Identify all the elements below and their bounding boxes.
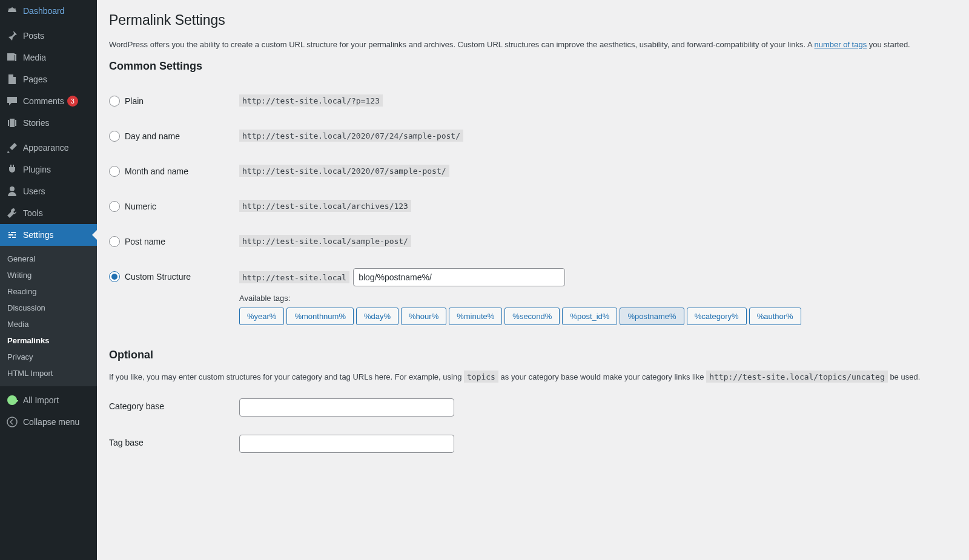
tag-button-category[interactable]: %category%	[687, 308, 747, 325]
permalink-radio[interactable]	[109, 271, 120, 282]
sidebar-item-all-import[interactable]: All Import	[0, 389, 97, 411]
submenu-item-permalinks[interactable]: Permalinks	[0, 332, 97, 349]
tag-button-minute[interactable]: %minute%	[449, 308, 502, 325]
comments-badge: 3	[67, 96, 78, 107]
submenu-item-html-import[interactable]: HTML Import	[0, 365, 97, 381]
permalink-example: http://test-site.local/?p=123	[239, 94, 383, 107]
permalink-option-plain[interactable]: Plain	[109, 96, 227, 107]
permalink-option-row: Numerichttp://test-site.local/archives/1…	[109, 189, 957, 224]
pin-icon	[6, 30, 18, 42]
permalink-option-row: Day and namehttp://test-site.local/2020/…	[109, 119, 957, 154]
permalink-option-label: Numeric	[125, 202, 156, 211]
submenu-item-privacy[interactable]: Privacy	[0, 349, 97, 365]
sidebar-item-label: Settings	[23, 229, 54, 240]
permalink-option-custom-structure[interactable]: Custom Structure	[109, 271, 227, 282]
example-url-code: http://test-site.local/topics/uncateg	[706, 371, 888, 383]
allimport-icon	[6, 394, 18, 406]
submenu-item-media[interactable]: Media	[0, 316, 97, 332]
sidebar-item-label: Users	[23, 186, 45, 197]
permalink-option-row: Custom Structurehttp://test-site.localAv…	[109, 259, 957, 338]
submenu-item-reading[interactable]: Reading	[0, 283, 97, 300]
sidebar-item-label: Collapse menu	[23, 417, 79, 427]
optional-text: If you like, you may enter custom struct…	[109, 372, 957, 381]
permalink-radio[interactable]	[109, 236, 120, 247]
custom-base-url: http://test-site.local	[239, 271, 349, 283]
wrench-icon	[6, 207, 18, 219]
tag-base-input[interactable]	[239, 435, 454, 453]
sidebar-item-label: Tools	[23, 208, 43, 219]
page-title: Permalink Settings	[109, 6, 957, 32]
optional-table: Category base Tag base	[109, 389, 957, 462]
permalink-options-table: Plainhttp://test-site.local/?p=123Day an…	[109, 84, 957, 338]
common-settings-heading: Common Settings	[109, 60, 957, 73]
permalink-option-row: Post namehttp://test-site.local/sample-p…	[109, 224, 957, 259]
topics-code: topics	[464, 371, 498, 383]
tag-base-label: Tag base	[109, 426, 233, 462]
permalink-radio[interactable]	[109, 96, 120, 107]
sidebar-item-posts[interactable]: Posts	[0, 25, 97, 47]
sidebar-item-label: Plugins	[23, 164, 51, 175]
permalink-option-label: Day and name	[125, 131, 180, 141]
sidebar-item-label: Comments	[23, 96, 64, 107]
tag-button-hour[interactable]: %hour%	[401, 308, 446, 325]
submenu-item-general[interactable]: General	[0, 251, 97, 267]
permalink-option-label: Custom Structure	[125, 272, 191, 282]
sidebar-item-media[interactable]: Media	[0, 47, 97, 68]
settings-icon	[6, 229, 18, 241]
permalink-radio[interactable]	[109, 166, 120, 177]
permalink-radio[interactable]	[109, 131, 120, 142]
available-tags-label: Available tags:	[239, 294, 951, 303]
tag-button-year[interactable]: %year%	[239, 308, 284, 325]
permalink-example: http://test-site.local/sample-post/	[239, 235, 411, 247]
settings-submenu: GeneralWritingReadingDiscussionMediaPerm…	[0, 246, 97, 386]
submenu-item-writing[interactable]: Writing	[0, 267, 97, 283]
permalink-option-row: Plainhttp://test-site.local/?p=123	[109, 84, 957, 119]
permalink-option-day-and-name[interactable]: Day and name	[109, 131, 227, 142]
category-base-input[interactable]	[239, 398, 454, 417]
sidebar-item-collapse-menu[interactable]: Collapse menu	[0, 411, 97, 433]
user-icon	[6, 185, 18, 197]
optional-heading: Optional	[109, 349, 957, 361]
intro-text: WordPress offers you the ability to crea…	[109, 40, 957, 49]
sidebar-item-label: Pages	[23, 74, 47, 85]
content-area: Permalink Settings WordPress offers you …	[97, 0, 969, 560]
page-icon	[6, 73, 18, 85]
sidebar-item-plugins[interactable]: Plugins	[0, 159, 97, 180]
permalink-example: http://test-site.local/2020/07/sample-po…	[239, 165, 449, 177]
tag-button-second[interactable]: %second%	[504, 308, 560, 325]
sidebar-item-stories[interactable]: Stories	[0, 112, 97, 134]
tag-button-author[interactable]: %author%	[749, 308, 801, 325]
permalink-example: http://test-site.local/2020/07/24/sample…	[239, 130, 463, 142]
sidebar-item-label: All Import	[23, 395, 59, 406]
tag-button-postname[interactable]: %postname%	[620, 308, 684, 325]
sidebar-item-settings[interactable]: Settings	[0, 224, 97, 246]
tag-button-post_id[interactable]: %post_id%	[562, 308, 617, 325]
plugin-icon	[6, 163, 18, 176]
submenu-item-discussion[interactable]: Discussion	[0, 300, 97, 316]
tag-button-day[interactable]: %day%	[356, 308, 399, 325]
permalink-option-month-and-name[interactable]: Month and name	[109, 166, 227, 177]
permalink-option-row: Month and namehttp://test-site.local/202…	[109, 154, 957, 189]
sidebar-item-users[interactable]: Users	[0, 180, 97, 202]
svg-point-0	[7, 417, 17, 427]
sidebar-item-label: Dashboard	[23, 5, 65, 16]
permalink-example: http://test-site.local/archives/123	[239, 200, 411, 212]
permalink-radio[interactable]	[109, 201, 120, 212]
number-of-tags-link[interactable]: number of tags	[814, 40, 867, 49]
custom-structure-input[interactable]	[353, 268, 565, 286]
comment-icon	[6, 95, 18, 107]
sidebar-item-tools[interactable]: Tools	[0, 202, 97, 224]
permalink-option-post-name[interactable]: Post name	[109, 236, 227, 247]
sidebar-item-comments[interactable]: Comments3	[0, 90, 97, 112]
tag-button-monthnum[interactable]: %monthnum%	[286, 308, 354, 325]
sidebar-item-label: Media	[23, 52, 46, 63]
dashboard-icon	[6, 5, 18, 17]
sidebar-item-label: Stories	[23, 117, 50, 128]
permalink-option-numeric[interactable]: Numeric	[109, 201, 227, 212]
permalink-option-label: Month and name	[125, 166, 188, 176]
collapse-icon	[6, 416, 18, 428]
sidebar-item-label: Posts	[23, 30, 44, 41]
sidebar-item-appearance[interactable]: Appearance	[0, 137, 97, 159]
sidebar-item-dashboard[interactable]: Dashboard	[0, 0, 97, 22]
sidebar-item-pages[interactable]: Pages	[0, 68, 97, 90]
